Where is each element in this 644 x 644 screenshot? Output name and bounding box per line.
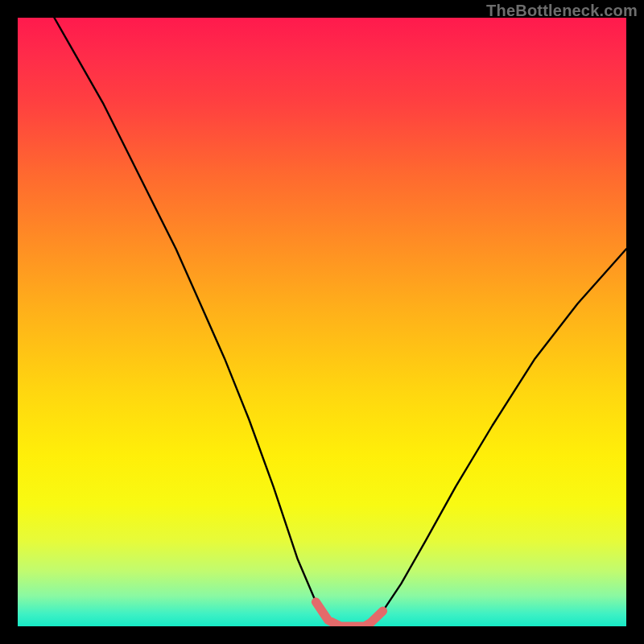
curve-main-path	[54, 18, 626, 626]
plot-area	[18, 18, 626, 626]
curve-accent-path	[316, 602, 382, 626]
watermark-text: TheBottleneck.com	[486, 2, 638, 20]
bottleneck-curve	[18, 18, 626, 626]
chart-stage: TheBottleneck.com	[0, 0, 644, 644]
